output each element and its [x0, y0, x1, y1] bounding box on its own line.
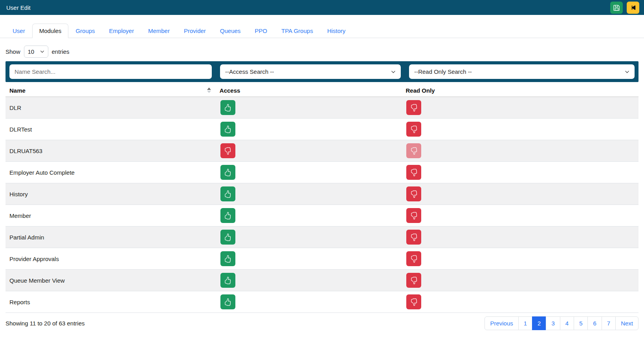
- thumbs-up-icon: [224, 255, 231, 263]
- read-only-toggle-button[interactable]: [406, 273, 421, 288]
- table-row: Queue Member View: [6, 270, 638, 291]
- skip-back-icon: [630, 4, 637, 11]
- tab-history[interactable]: History: [320, 24, 353, 38]
- read-only-toggle-button[interactable]: [406, 251, 421, 266]
- thumbs-up-icon: [224, 212, 231, 219]
- column-header-read-only[interactable]: Read Only: [402, 87, 638, 94]
- thumbs-up-icon: [224, 234, 231, 241]
- access-toggle-button[interactable]: [220, 294, 235, 309]
- thumbs-up-icon: [224, 298, 231, 306]
- thumbs-up-icon: [224, 104, 231, 111]
- back-button[interactable]: [627, 2, 639, 14]
- table-row: Employer Auto Complete: [6, 162, 638, 183]
- access-search-value: --Access Search --: [225, 68, 274, 75]
- page-7[interactable]: 7: [602, 316, 616, 330]
- read-only-toggle-button[interactable]: [406, 186, 421, 201]
- page-previous[interactable]: Previous: [484, 316, 518, 330]
- read-only-toggle-button[interactable]: [406, 208, 421, 223]
- page-5[interactable]: 5: [574, 316, 588, 330]
- save-button[interactable]: [610, 2, 623, 14]
- tab-member[interactable]: Member: [141, 24, 177, 38]
- column-header-name[interactable]: Name: [6, 87, 216, 94]
- access-toggle-button[interactable]: [220, 143, 235, 158]
- read-only-search-value: --Read Only Search --: [414, 68, 472, 75]
- tab-tpa-groups[interactable]: TPA Groups: [274, 24, 320, 38]
- read-only-search-select[interactable]: --Read Only Search --: [409, 64, 635, 79]
- thumbs-down-icon: [410, 298, 418, 306]
- access-toggle-button[interactable]: [220, 186, 235, 201]
- thumbs-down-icon: [410, 190, 418, 198]
- page-next[interactable]: Next: [615, 316, 638, 330]
- module-name: Member: [6, 212, 216, 219]
- sort-asc-icon: [207, 88, 211, 93]
- page-length-select[interactable]: 10: [24, 46, 48, 58]
- read-only-toggle-button: [406, 143, 421, 158]
- column-header-access[interactable]: Access: [216, 87, 402, 94]
- filter-bar: --Access Search -- --Read Only Search --: [6, 61, 638, 82]
- thumbs-down-icon: [224, 147, 231, 155]
- table-row: Member: [6, 205, 638, 227]
- thumbs-up-icon: [224, 190, 231, 198]
- page-2[interactable]: 2: [532, 316, 546, 330]
- access-toggle-button[interactable]: [220, 165, 235, 180]
- thumbs-down-icon: [410, 104, 418, 111]
- access-toggle-button[interactable]: [220, 100, 235, 115]
- tab-modules[interactable]: Modules: [32, 24, 69, 38]
- thumbs-down-icon: [410, 234, 418, 241]
- tab-provider[interactable]: Provider: [177, 24, 213, 38]
- table-row: DLRTest: [6, 119, 638, 140]
- page-6[interactable]: 6: [587, 316, 602, 330]
- page-3[interactable]: 3: [546, 316, 560, 330]
- module-name: History: [6, 191, 216, 197]
- length-suffix-label: entries: [52, 48, 70, 55]
- module-name: Reports: [6, 299, 216, 305]
- modules-table: Name Access Read Only DLR DLRTest: [6, 84, 638, 313]
- read-only-toggle-button[interactable]: [406, 165, 421, 180]
- table-body: DLR DLRTest DLRUAT563: [6, 97, 638, 313]
- floppy-disk-icon: [613, 4, 620, 11]
- table-row: History: [6, 183, 638, 205]
- module-name: DLRUAT563: [6, 148, 216, 154]
- tab-ppo[interactable]: PPO: [248, 24, 274, 38]
- tab-bar: UserModulesGroupsEmployerMemberProviderQ…: [0, 24, 644, 38]
- read-only-toggle-button[interactable]: [406, 294, 421, 309]
- page-4[interactable]: 4: [560, 316, 574, 330]
- table-row: DLRUAT563: [6, 140, 638, 162]
- length-prefix-label: Show: [6, 48, 20, 55]
- tab-groups[interactable]: Groups: [68, 24, 102, 38]
- tab-queues[interactable]: Queues: [213, 24, 248, 38]
- header-actions: [610, 2, 639, 14]
- access-toggle-button[interactable]: [220, 208, 235, 223]
- module-name: Provider Approvals: [6, 256, 216, 262]
- tab-user[interactable]: User: [6, 24, 32, 38]
- access-toggle-button[interactable]: [220, 273, 235, 288]
- entries-info: Showing 11 to 20 of 63 entries: [6, 320, 85, 327]
- module-name: Employer Auto Complete: [6, 169, 216, 176]
- table-row: DLR: [6, 97, 638, 119]
- page-1[interactable]: 1: [518, 316, 532, 330]
- thumbs-up-icon: [224, 277, 231, 284]
- access-toggle-button[interactable]: [220, 122, 235, 137]
- thumbs-up-icon: [224, 169, 231, 176]
- name-search-input[interactable]: [9, 64, 212, 79]
- thumbs-down-icon: [410, 126, 418, 133]
- read-only-toggle-button[interactable]: [406, 230, 421, 245]
- module-name: DLRTest: [6, 126, 216, 133]
- read-only-toggle-button[interactable]: [406, 100, 421, 115]
- access-toggle-button[interactable]: [220, 251, 235, 266]
- app-header: User Edit: [0, 0, 644, 15]
- module-name: Queue Member View: [6, 277, 216, 284]
- table-footer: Showing 11 to 20 of 63 entries Previous1…: [6, 313, 638, 330]
- thumbs-down-icon: [410, 212, 418, 219]
- chevron-down-icon: [391, 69, 396, 74]
- access-search-select[interactable]: --Access Search --: [220, 64, 401, 79]
- access-toggle-button[interactable]: [220, 230, 235, 245]
- thumbs-down-icon: [410, 277, 418, 284]
- module-name: Partial Admin: [6, 234, 216, 241]
- tab-employer[interactable]: Employer: [102, 24, 141, 38]
- chevron-down-icon: [40, 49, 44, 54]
- page-length-value: 10: [28, 48, 35, 55]
- read-only-toggle-button[interactable]: [406, 122, 421, 137]
- table-row: Partial Admin: [6, 227, 638, 248]
- length-control: Show 10 entries: [6, 46, 638, 58]
